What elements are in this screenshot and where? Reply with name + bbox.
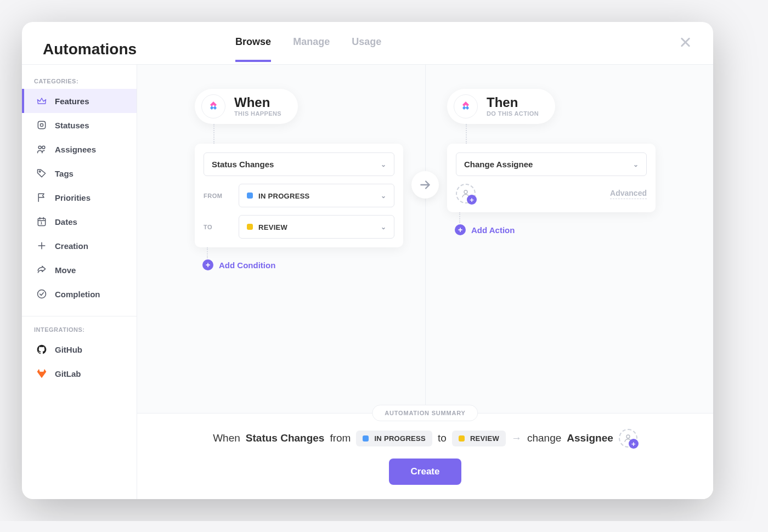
automation-summary: AUTOMATION SUMMARY When Status Changes f… bbox=[137, 413, 713, 499]
close-icon[interactable] bbox=[678, 35, 692, 49]
connector-line bbox=[207, 247, 208, 258]
sidebar: CATEGORIES: Features Statuses Assignees … bbox=[22, 65, 137, 499]
chevron-down-icon: ⌄ bbox=[381, 161, 386, 168]
sidebar-item-gitlab[interactable]: GitLab bbox=[22, 361, 137, 386]
to-row: TO REVIEW ⌄ bbox=[204, 215, 394, 239]
connector-line bbox=[213, 124, 214, 144]
sidebar-item-features[interactable]: Features bbox=[22, 89, 137, 113]
vertical-divider bbox=[425, 65, 426, 413]
then-body: + Advanced bbox=[456, 184, 647, 203]
clickup-logo-icon bbox=[201, 94, 225, 118]
sidebar-item-priorities[interactable]: Priorities bbox=[22, 185, 137, 210]
modal-header: Automations Browse Manage Usage bbox=[22, 22, 713, 65]
tab-manage[interactable]: Manage bbox=[293, 36, 330, 62]
chevron-down-icon: ⌄ bbox=[381, 223, 386, 231]
to-label: TO bbox=[204, 224, 231, 230]
sidebar-item-label: Features bbox=[55, 97, 89, 106]
advanced-link[interactable]: Advanced bbox=[610, 189, 647, 199]
status-icon bbox=[36, 120, 47, 131]
add-condition-button[interactable]: + Add Condition bbox=[202, 259, 403, 270]
sidebar-item-label: Tags bbox=[55, 169, 74, 178]
sidebar-item-assignees[interactable]: Assignees bbox=[22, 137, 137, 161]
plus-badge-icon: + bbox=[629, 439, 639, 449]
share-icon bbox=[36, 264, 47, 275]
status-chip-in-progress: IN PROGRESS bbox=[356, 431, 432, 446]
action-select[interactable]: Change Assignee ⌄ bbox=[456, 152, 647, 176]
check-circle-icon bbox=[36, 288, 47, 299]
sidebar-item-label: Assignees bbox=[55, 145, 96, 154]
sidebar-item-label: GitLab bbox=[55, 369, 81, 378]
modal-body: CATEGORIES: Features Statuses Assignees … bbox=[22, 65, 713, 499]
calendar-icon: 1 bbox=[36, 216, 47, 227]
plus-circle-icon: + bbox=[455, 224, 466, 235]
crown-icon bbox=[36, 95, 47, 106]
then-title: Then bbox=[487, 96, 539, 109]
svg-point-4 bbox=[39, 171, 41, 172]
then-column: Then DO THIS ACTION Change Assignee ⌄ bbox=[447, 89, 656, 235]
chevron-down-icon: ⌄ bbox=[381, 192, 386, 200]
connector-line bbox=[459, 212, 460, 223]
sidebar-item-dates[interactable]: 1 Dates bbox=[22, 210, 137, 234]
sidebar-item-statuses[interactable]: Statuses bbox=[22, 113, 137, 137]
sidebar-item-label: Priorities bbox=[55, 193, 91, 202]
flow-arrow-icon bbox=[411, 171, 439, 199]
modal-title: Automations bbox=[43, 41, 137, 58]
sidebar-item-move[interactable]: Move bbox=[22, 258, 137, 282]
when-subtitle: THIS HAPPENS bbox=[234, 110, 281, 117]
tag-icon bbox=[36, 168, 47, 179]
add-assignee-button[interactable]: + bbox=[456, 184, 476, 203]
to-value: REVIEW bbox=[258, 223, 287, 231]
when-header: When THIS HAPPENS bbox=[195, 89, 298, 124]
plus-badge-icon: + bbox=[467, 195, 477, 205]
to-status-select[interactable]: REVIEW ⌄ bbox=[239, 215, 394, 239]
summary-badge: AUTOMATION SUMMARY bbox=[372, 405, 478, 421]
svg-text:1: 1 bbox=[41, 221, 43, 225]
sidebar-item-tags[interactable]: Tags bbox=[22, 161, 137, 185]
sidebar-item-label: GitHub bbox=[55, 345, 82, 354]
add-action-label: Add Action bbox=[471, 225, 515, 235]
sidebar-separator bbox=[22, 316, 137, 316]
sidebar-item-label: Dates bbox=[55, 217, 77, 227]
from-label: FROM bbox=[204, 193, 231, 199]
flag-icon bbox=[36, 192, 47, 203]
integrations-heading: INTEGRATIONS: bbox=[22, 326, 137, 337]
sidebar-item-github[interactable]: GitHub bbox=[22, 337, 137, 361]
tabs: Browse Manage Usage bbox=[235, 36, 381, 62]
svg-point-3 bbox=[42, 146, 45, 149]
github-icon bbox=[36, 344, 47, 355]
tab-browse[interactable]: Browse bbox=[235, 36, 271, 62]
svg-rect-0 bbox=[38, 121, 45, 128]
sidebar-item-label: Completion bbox=[55, 290, 100, 299]
clickup-logo-icon bbox=[454, 94, 478, 118]
status-chip-review: REVIEW bbox=[452, 431, 506, 446]
add-action-button[interactable]: + Add Action bbox=[455, 224, 656, 235]
summary-assignee-button[interactable]: + bbox=[619, 429, 637, 448]
trigger-select[interactable]: Status Changes ⌄ bbox=[204, 152, 394, 176]
svg-rect-1 bbox=[41, 124, 43, 127]
plus-circle-icon: + bbox=[202, 259, 213, 270]
action-value: Change Assignee bbox=[464, 160, 533, 169]
sidebar-item-creation[interactable]: Creation bbox=[22, 234, 137, 258]
then-card: Change Assignee ⌄ + Advanced bbox=[447, 144, 656, 212]
when-column: When THIS HAPPENS Status Changes ⌄ FROM bbox=[195, 89, 403, 270]
tab-usage[interactable]: Usage bbox=[352, 36, 381, 62]
from-row: FROM IN PROGRESS ⌄ bbox=[204, 184, 394, 207]
people-icon bbox=[36, 144, 47, 155]
svg-point-2 bbox=[38, 146, 41, 149]
when-title: When bbox=[234, 96, 281, 109]
then-subtitle: DO THIS ACTION bbox=[487, 110, 539, 117]
svg-point-7 bbox=[38, 290, 46, 298]
sidebar-item-completion[interactable]: Completion bbox=[22, 282, 137, 306]
automation-builder: When THIS HAPPENS Status Changes ⌄ FROM bbox=[137, 65, 713, 413]
add-condition-label: Add Condition bbox=[219, 261, 275, 270]
status-dot-yellow bbox=[247, 224, 253, 230]
sidebar-item-label: Creation bbox=[55, 241, 88, 251]
from-status-select[interactable]: IN PROGRESS ⌄ bbox=[239, 184, 394, 207]
gitlab-icon bbox=[36, 368, 47, 379]
from-value: IN PROGRESS bbox=[258, 192, 310, 200]
then-header: Then DO THIS ACTION bbox=[447, 89, 555, 124]
when-card: Status Changes ⌄ FROM IN PROGRESS ⌄ TO bbox=[195, 144, 403, 247]
create-button[interactable]: Create bbox=[389, 459, 462, 485]
categories-heading: CATEGORIES: bbox=[22, 78, 137, 89]
trigger-value: Status Changes bbox=[212, 160, 274, 169]
